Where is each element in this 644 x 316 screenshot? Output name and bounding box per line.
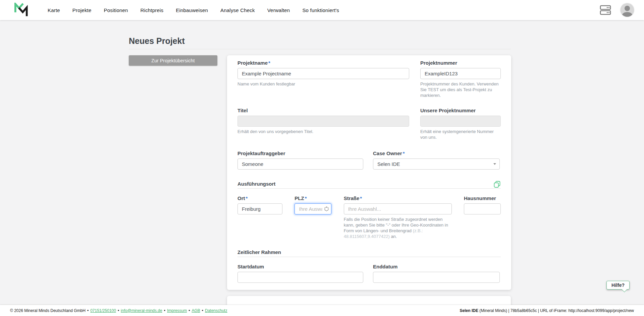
case-owner-label: Case Owner [373,150,402,156]
unsere-projektnummer-helper: Erhält eine systemgenerierte Nummer von … [420,129,501,140]
field-titel: Titel Erhält den von uns vorgegebenen Ti… [237,108,409,140]
nav-item-analyse-check[interactable]: Analyse Check [220,7,255,13]
field-hausnummer: Hausnummer [464,195,501,239]
nav-item-verwalten[interactable]: Verwalten [267,7,290,13]
footer-phone-link[interactable]: 07151/250100 [90,308,116,313]
nav-item-so-funktionierts[interactable]: So funktioniert's [302,7,339,13]
required-asterisk: * [305,195,307,201]
page-title: Neues Projekt [129,20,511,49]
case-owner-select[interactable]: Selen IDE [373,159,500,170]
projektname-input[interactable] [237,68,409,79]
projektname-label: Projektname [237,60,268,66]
nav-item-projekte[interactable]: Projekte [72,7,92,13]
startdatum-label: Startdatum [237,264,363,270]
brand-logo-icon[interactable] [13,3,29,17]
new-project-form-card: Projektname* Name vom Kunden festlegbar … [227,55,511,290]
back-to-project-overview-button[interactable]: Zur Projektübersicht [129,55,217,66]
field-case-owner: Case Owner* Selen IDE [373,150,500,170]
footer-bar: © 2026 Mineral Minds Deutschland GmbH • … [0,305,644,316]
footer-copyright: © 2026 Mineral Minds Deutschland GmbH [10,308,86,313]
footer-datenschutz-link[interactable]: Datenschutz [205,308,227,313]
projektauftraggeber-input[interactable] [237,159,363,170]
projektauftraggeber-label: Projektauftraggeber [237,150,363,156]
required-asterisk: * [268,60,270,66]
nav-item-richtpreis[interactable]: Richtpreis [141,7,164,13]
top-navigation-bar: Karte Projekte Positionen Richtpreis Ein… [0,0,644,20]
field-strasse: Straße* Falls die Position keiner Straße… [344,195,452,239]
field-plz: PLZ* [294,195,331,239]
titel-input [237,116,409,127]
projektnummer-input[interactable] [420,68,501,79]
avatar-person-icon [625,6,630,11]
field-projektname: Projektname* Name vom Kunden festlegbar [237,60,409,98]
projektnummer-label: Projektnummer [420,60,501,66]
ort-input[interactable] [237,203,282,214]
required-asterisk: * [246,195,248,201]
main-nav: Karte Projekte Positionen Richtpreis Ein… [48,7,339,13]
strasse-input[interactable] [344,203,452,214]
plz-label: PLZ [294,195,304,201]
enddatum-label: Enddatum [373,264,500,270]
nav-item-positionen[interactable]: Positionen [104,7,128,13]
user-avatar[interactable] [621,3,634,17]
strasse-label: Straße [344,195,360,201]
field-ort: Ort* [237,195,282,239]
chevron-down-icon [493,163,496,165]
server-stack-icon[interactable] [600,5,611,15]
ort-label: Ort [237,195,245,201]
projektname-helper: Name vom Kunden festlegbar [237,81,409,87]
help-button[interactable]: Hilfe? [606,281,630,290]
field-projektnummer: Projektnummer Projektnummer des Kunden. … [420,60,501,98]
main-area: Neues Projekt Zur Projektübersicht Proje… [0,20,644,305]
hausnummer-input[interactable] [464,203,501,214]
section-title-zeitlicher-rahmen: Zeitlicher Rahmen [237,249,281,255]
strasse-helper: Falls die Position keiner Straße zugeord… [344,216,452,239]
section-title-ausfuehrungsort: Ausführungsort [237,181,275,187]
nav-item-karte[interactable]: Karte [48,7,60,13]
field-enddatum: Enddatum [373,264,500,283]
field-projektauftraggeber: Projektauftraggeber [237,150,363,170]
footer-impressum-link[interactable]: Impressum [167,308,187,313]
required-asterisk: * [403,150,405,156]
next-form-card-partial [227,296,511,305]
titel-label: Titel [237,108,409,114]
copy-location-icon[interactable] [493,181,501,188]
unsere-projektnummer-input [420,116,501,127]
field-unsere-projektnummer: Unsere Projektnummer Erhält eine systemg… [420,108,501,140]
hausnummer-label: Hausnummer [464,195,501,201]
footer-email-link[interactable]: info@mineral-minds.de [121,308,162,313]
nav-item-einbauweisen[interactable]: Einbauweisen [176,7,208,13]
footer-agb-link[interactable]: AGB [192,308,200,313]
titel-helper: Erhält den von uns vorgegebenen Titel. [237,129,409,134]
required-asterisk: * [360,195,362,201]
unsere-projektnummer-label: Unsere Projektnummer [420,108,501,114]
field-startdatum: Startdatum [237,264,363,283]
enddatum-input[interactable] [373,272,500,283]
footer-session-info: Selen IDE (Mineral Minds) | 78b5a8b65c5c… [460,308,634,313]
projektnummer-helper: Projektnummer des Kunden. Verwenden Sie … [420,81,501,98]
startdatum-input[interactable] [237,272,363,283]
case-owner-value: Selen IDE [377,161,400,167]
